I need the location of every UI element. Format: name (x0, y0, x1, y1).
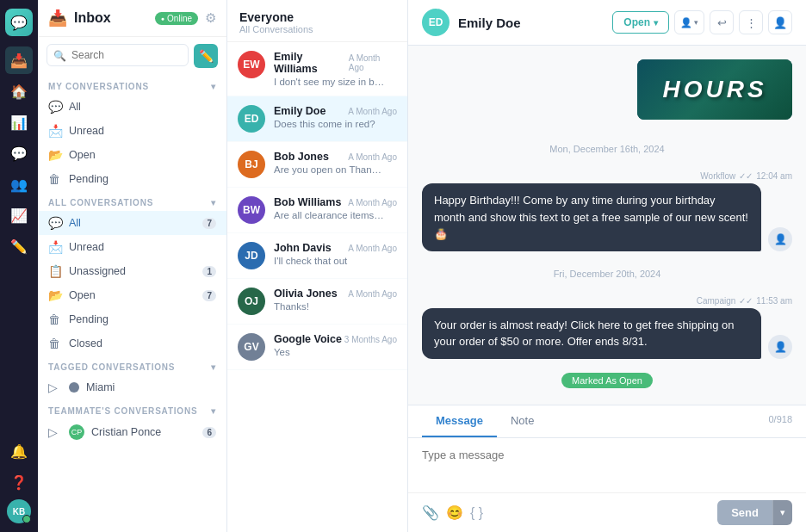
date-divider-1: Mon, December 16th, 2024 (422, 144, 792, 154)
open-button[interactable]: Open ▾ (612, 11, 669, 34)
conv-avatar: BW (238, 196, 265, 224)
conv-body: Olivia Jones A Month Ago Thanks! (274, 288, 397, 312)
date-divider-2: Fri, December 20th, 2024 (422, 269, 792, 279)
check-icon-workflow: ✓✓ (739, 171, 753, 181)
conv-items-list: EW Emily Williams A Month Ago I don't se… (227, 42, 407, 532)
conv-body: Bob Jones A Month Ago Are you open on Th… (274, 151, 397, 175)
contact-button[interactable]: 👤 (768, 10, 792, 34)
conv-preview: Are all clearance items final sale? (274, 210, 386, 220)
pending-icon: 🗑 (48, 172, 62, 186)
sidebar-item-closed[interactable]: 🗑 Closed (38, 331, 226, 356)
sidebar-item-my-pending[interactable]: 🗑 Pending (38, 167, 226, 191)
conv-body: Emily Doe A Month Ago Does this come in … (274, 105, 397, 129)
open-all-icon: 📂 (48, 288, 62, 302)
conv-name: Bob Williams (274, 196, 341, 208)
attachment-icon[interactable]: 📎 (422, 504, 439, 521)
conv-item[interactable]: EW Emily Williams A Month Ago I don't se… (227, 42, 407, 96)
nav-icon-reports[interactable]: 📈 (5, 201, 33, 229)
online-badge: Online (155, 12, 198, 25)
tab-message[interactable]: Message (422, 405, 497, 437)
refresh-button[interactable]: ↩ (710, 10, 734, 34)
sidebar-item-my-unread[interactable]: 📩 Unread (38, 119, 226, 143)
sidebar-item-unassigned[interactable]: 📋 Unassigned 1 (38, 259, 226, 283)
conv-list-header: Everyone All Conversations (227, 0, 407, 42)
conv-time: A Month Ago (348, 107, 397, 116)
assign-button[interactable]: 👤 ▾ (674, 10, 704, 34)
composer: Message Note 0/918 📎 😊 { } Send ▾ (408, 405, 806, 532)
teammates-conversations-header[interactable]: TEAMMATE'S CONVERSATIONS ▾ (38, 399, 226, 419)
conv-avatar: JD (238, 242, 265, 269)
conv-item[interactable]: GV Google Voice 3 Months Ago Yes (227, 325, 407, 370)
sidebar-item-cristian[interactable]: ▷ CP Cristian Ponce 6 (38, 419, 226, 445)
search-icon: 🔍 (53, 50, 66, 62)
msg-send-icon-workflow: 👤 (768, 227, 792, 251)
conv-preview: Thanks! (274, 301, 386, 312)
conv-body: Emily Williams A Month Ago I don't see m… (274, 51, 397, 87)
conv-name: John Davis (274, 242, 332, 254)
message-input[interactable] (408, 438, 806, 490)
sidebar-item-unread[interactable]: 📩 Unread (38, 235, 226, 259)
unread-all-icon: 📩 (48, 240, 62, 254)
sidebar-item-pending[interactable]: 🗑 Pending (38, 307, 226, 331)
conv-preview: Are you open on Thanksgiving? (274, 164, 386, 175)
search-input[interactable] (46, 44, 189, 66)
send-button[interactable]: Send (717, 500, 772, 525)
nav-icon-conversations[interactable]: 💬 (5, 139, 33, 167)
sidebar-item-all[interactable]: 💬 All 7 (38, 211, 226, 235)
conv-item[interactable]: JD John Davis A Month Ago I'll check tha… (227, 233, 407, 279)
conv-list-subtitle: All Conversations (239, 24, 395, 34)
tagged-conversations-header[interactable]: TAGGED CONVERSATIONS ▾ (38, 356, 226, 375)
all-convs-icon: 💬 (48, 216, 62, 230)
conv-preview: Yes (274, 347, 386, 357)
conv-item[interactable]: OJ Olivia Jones A Month Ago Thanks! (227, 279, 407, 325)
conv-item[interactable]: BW Bob Williams A Month Ago Are all clea… (227, 188, 407, 233)
conv-item[interactable]: ED Emily Doe A Month Ago Does this come … (227, 96, 407, 142)
conv-avatar: BJ (238, 151, 265, 178)
msg-workflow: Workflow ✓✓ 12:04 am Happy Birthday!!! C… (422, 171, 792, 251)
sidebar-item-miami[interactable]: ▷ Miami (38, 375, 226, 399)
sidebar: 📥 Inbox Online ⚙ 🔍 ✏️ MY CONVERSATIONS ▾… (38, 0, 227, 532)
nav-icon-home[interactable]: 🏠 (5, 77, 33, 105)
sidebar-item-my-all[interactable]: 💬 All (38, 95, 226, 119)
compose-button[interactable]: ✏️ (194, 44, 218, 68)
conv-list-title: Everyone (239, 10, 395, 24)
msg-bubble-campaign: Your order is almost ready! Click here t… (422, 308, 761, 359)
conv-preview: I'll check that out (274, 256, 386, 266)
char-count: 0/918 (768, 405, 792, 437)
send-dropdown-button[interactable]: ▾ (772, 500, 792, 525)
code-icon[interactable]: { } (470, 505, 483, 521)
all-conversations-header[interactable]: ALL CONVERSATIONS ▾ (38, 191, 226, 211)
conv-preview: Does this come in red? (274, 119, 386, 129)
conv-name: Bob Jones (274, 151, 329, 163)
conv-time: A Month Ago (349, 53, 397, 72)
conv-time: A Month Ago (348, 198, 397, 207)
left-nav: 💬 📥 🏠 📊 💬 👥 📈 ✏️ 🔔 ❓ KB (0, 0, 38, 532)
nav-icon-settings[interactable]: ✏️ (5, 232, 33, 260)
nav-icon-analytics[interactable]: 📊 (5, 108, 33, 136)
unread-icon: 📩 (48, 124, 62, 138)
nav-icon-inbox[interactable]: 📥 (5, 46, 33, 74)
sidebar-item-my-open[interactable]: 📂 Open (38, 143, 226, 167)
more-options-button[interactable]: ⋮ (739, 10, 763, 34)
status-wrap: Marked As Open (422, 369, 792, 392)
settings-icon[interactable]: ⚙ (205, 10, 216, 26)
tab-note[interactable]: Note (497, 405, 548, 437)
conv-avatar: OJ (238, 288, 265, 315)
nav-icon-contacts[interactable]: 👥 (5, 170, 33, 198)
nav-icon-help[interactable]: ❓ (5, 468, 33, 496)
msg-campaign: Campaign ✓✓ 11:53 am Your order is almos… (422, 296, 792, 359)
sidebar-item-open[interactable]: 📂 Open 7 (38, 283, 226, 307)
emoji-icon[interactable]: 😊 (446, 504, 463, 521)
nav-icon-notifications[interactable]: 🔔 (5, 437, 33, 465)
open-btn-chevron: ▾ (654, 18, 658, 28)
unassigned-icon: 📋 (48, 264, 62, 278)
inbox-icon: 📥 (48, 9, 67, 28)
all-icon: 💬 (48, 100, 62, 114)
user-avatar[interactable]: KB (7, 499, 31, 523)
conv-item[interactable]: BJ Bob Jones A Month Ago Are you open on… (227, 142, 407, 188)
header-actions: Open ▾ 👤 ▾ ↩ ⋮ 👤 (612, 10, 792, 34)
my-conversations-header[interactable]: MY CONVERSATIONS ▾ (38, 75, 226, 95)
closed-icon: 🗑 (48, 337, 62, 350)
msg-label-campaign: Campaign (697, 296, 736, 306)
main-chat: ED Emily Doe Open ▾ 👤 ▾ ↩ ⋮ 👤 HOURS Mon,… (408, 0, 806, 532)
